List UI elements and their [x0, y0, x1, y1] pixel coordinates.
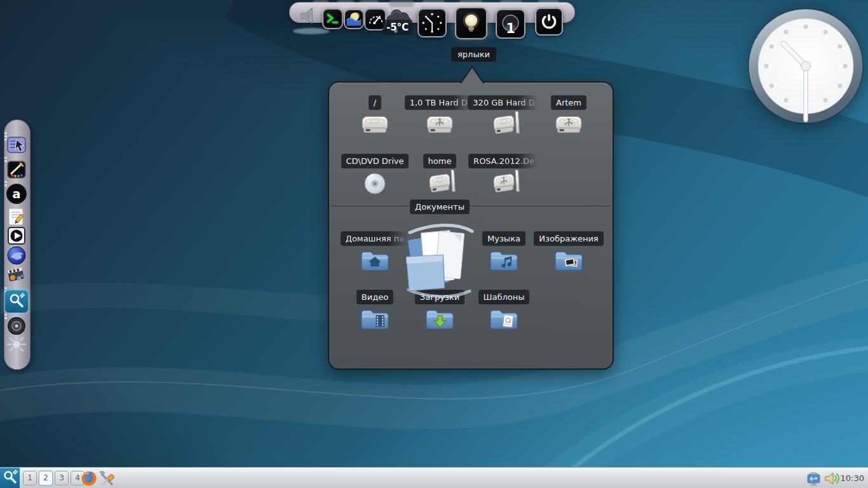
pager-icon[interactable]: 1: [496, 9, 526, 39]
drive-label: 320 GB Hard D: [468, 95, 539, 110]
clock-hub: [801, 62, 811, 71]
device-notifier-icon[interactable]: [806, 470, 822, 487]
hovered-folder-label: Документы: [410, 200, 470, 214]
tooltip-label: ярлыки: [458, 50, 490, 59]
hard-drive-icon-tilted: [492, 111, 516, 137]
text-editor-icon[interactable]: [6, 207, 27, 227]
drive-item-root[interactable]: /: [340, 95, 410, 135]
flip-sliver: [515, 170, 519, 193]
taskbar: 1 2 3 4 10:30: [0, 467, 868, 488]
reflection: [459, 0, 483, 7]
amarok-glyph: a: [13, 187, 21, 201]
workspace-button-2[interactable]: 2: [39, 471, 53, 485]
workspace-number: 3: [59, 473, 64, 482]
shortcuts-bulb-icon[interactable]: [455, 7, 487, 39]
weather-moon-icon[interactable]: [344, 9, 364, 29]
hard-drive-icon: [360, 112, 390, 135]
drive-label: ROSA.2012.De: [468, 154, 539, 168]
images-folder-icon: [554, 248, 583, 271]
folder-label: Видео: [356, 290, 393, 304]
reflection: [538, 0, 559, 7]
reflection: [389, 0, 414, 7]
volume-icon-shadow: [293, 28, 330, 34]
flip-sliver: [515, 111, 519, 134]
temperature-badge[interactable]: -5°C ❄: [383, 20, 412, 35]
usb-drive-icon: [554, 112, 583, 135]
power-icon[interactable]: [535, 8, 563, 36]
amarok-icon[interactable]: a: [6, 184, 27, 204]
drive-label: CD\DVD Drive: [341, 154, 409, 168]
video-editor-icon[interactable]: [6, 264, 27, 285]
drive-label: 1,0 TB Hard Di: [405, 95, 475, 110]
analog-clock-widget[interactable]: [747, 8, 864, 125]
snowflake-icon: ❄: [393, 28, 398, 34]
tray-clock[interactable]: 10:30: [841, 473, 864, 483]
clock-tile-icon[interactable]: [417, 8, 447, 37]
home-folder-icon: [360, 248, 390, 271]
drive-label: Artem: [551, 95, 587, 110]
templates-folder-icon: [489, 307, 519, 330]
folder-label: Музыка: [482, 231, 526, 246]
reflection: [337, 0, 355, 7]
cd-icon: [362, 171, 388, 196]
drive-label: home: [423, 154, 457, 168]
section-divider: [332, 206, 610, 207]
drive-label: /: [369, 95, 381, 110]
flip-sliver: [451, 170, 455, 193]
drive-item-320gb[interactable]: 320 GB Hard D: [469, 95, 539, 135]
tray-volume-icon[interactable]: [824, 470, 841, 487]
pager-number: 1: [497, 21, 524, 36]
documents-folder-icon-large[interactable]: [398, 221, 481, 301]
music-folder-icon: [489, 248, 519, 271]
rosa-tools-icon[interactable]: [5, 290, 28, 313]
drive-item-artem[interactable]: Artem: [534, 95, 604, 135]
audio-app-icon[interactable]: [6, 316, 27, 336]
hard-drive-icon-tilted: [428, 169, 452, 195]
tooltip: ярлыки: [451, 47, 496, 62]
workspace-number: 4: [75, 473, 80, 482]
folder-item-images[interactable]: Изображения: [534, 231, 604, 271]
shortcuts-popup: / 1,0 TB Hard Di 320 GB Hard D Artem CD\…: [328, 81, 614, 370]
reflection: [499, 0, 522, 7]
drive-item-1tb[interactable]: 1,0 TB Hard Di: [405, 95, 475, 135]
desktop-pager-icon[interactable]: [6, 135, 27, 155]
launcher-button[interactable]: [0, 468, 20, 488]
volume-icon[interactable]: [299, 6, 319, 26]
media-player-icon[interactable]: [6, 226, 27, 246]
usb-drive-icon: [425, 112, 454, 135]
brightness-icon[interactable]: [6, 334, 27, 355]
drive-item-rosa[interactable]: ROSA.2012.De: [469, 154, 539, 194]
workspace-number: 2: [43, 473, 48, 482]
workspace-button-3[interactable]: 3: [55, 471, 69, 485]
clock-minute-hand: [804, 64, 808, 122]
reflection: [360, 0, 379, 7]
bluebird-app-icon[interactable]: [6, 245, 27, 266]
folder-label: Шаблоны: [478, 290, 530, 304]
workspace-button-1[interactable]: 1: [23, 471, 37, 485]
video-folder-icon: [360, 307, 390, 330]
popup-pointer: [460, 66, 484, 83]
usb-drive-icon-tilted: [492, 169, 516, 195]
firefox-icon[interactable]: [80, 470, 98, 487]
drive-item-home[interactable]: home: [405, 154, 475, 194]
system-tools-icon[interactable]: [97, 470, 116, 488]
downloads-folder-icon: [425, 307, 454, 330]
workspace-number: 1: [27, 473, 32, 482]
folder-label: Изображения: [534, 231, 603, 246]
drive-item-cd[interactable]: CD\DVD Drive: [340, 154, 410, 196]
paint-app-icon[interactable]: [6, 159, 27, 180]
reflection: [422, 0, 445, 7]
terminal-icon[interactable]: [322, 8, 343, 29]
